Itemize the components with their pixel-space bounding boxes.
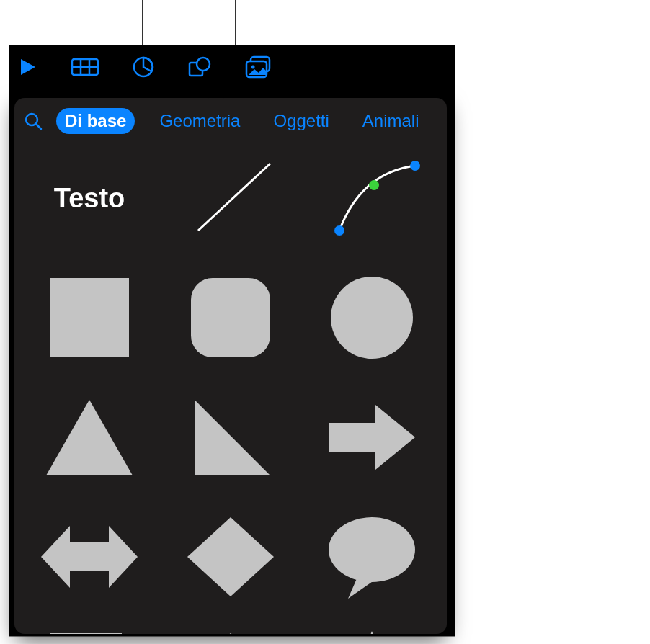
shape-pentagon[interactable] bbox=[173, 630, 288, 634]
svg-point-14 bbox=[369, 180, 379, 190]
shape-row: Testo bbox=[32, 151, 429, 245]
shape-text[interactable]: Testo bbox=[32, 151, 147, 245]
category-tab-objects[interactable]: Oggetti bbox=[264, 108, 337, 134]
shape-label[interactable] bbox=[32, 630, 147, 634]
shape-circle[interactable] bbox=[314, 271, 429, 365]
shape-right-triangle[interactable] bbox=[173, 390, 288, 484]
shape-row bbox=[32, 630, 429, 634]
shape-button[interactable] bbox=[187, 55, 212, 79]
shape-arrow-right[interactable] bbox=[314, 390, 429, 484]
toolbar bbox=[9, 45, 455, 89]
svg-rect-17 bbox=[191, 278, 270, 357]
shape-arrow-double[interactable] bbox=[32, 510, 147, 604]
category-tab-animals[interactable]: Animali bbox=[354, 108, 428, 134]
shape-row bbox=[32, 510, 429, 604]
svg-point-13 bbox=[334, 225, 344, 236]
callout-line bbox=[76, 0, 76, 45]
chart-button[interactable] bbox=[132, 55, 155, 79]
category-tab-geometry[interactable]: Geometria bbox=[151, 108, 249, 134]
callout-line bbox=[235, 0, 236, 45]
shape-grid: Testo bbox=[14, 144, 447, 634]
shapes-popover: Di base Geometria Oggetti Animali N Test… bbox=[14, 98, 447, 634]
svg-line-12 bbox=[198, 164, 270, 231]
category-row: Di base Geometria Oggetti Animali N bbox=[14, 98, 447, 144]
shape-line[interactable] bbox=[173, 151, 288, 245]
svg-point-15 bbox=[410, 161, 420, 171]
shape-speech-bubble[interactable] bbox=[314, 510, 429, 604]
shape-triangle[interactable] bbox=[32, 390, 147, 484]
svg-rect-16 bbox=[50, 278, 129, 357]
svg-point-6 bbox=[197, 58, 210, 71]
table-button[interactable] bbox=[71, 56, 99, 78]
svg-point-18 bbox=[331, 277, 413, 359]
svg-point-9 bbox=[251, 66, 255, 69]
svg-point-19 bbox=[329, 517, 415, 582]
shape-rounded-square[interactable] bbox=[173, 271, 288, 365]
category-tab-basic[interactable]: Di base bbox=[56, 108, 135, 134]
category-tabs: Di base Geometria Oggetti Animali N bbox=[56, 108, 438, 134]
media-button[interactable] bbox=[244, 55, 273, 79]
shape-row bbox=[32, 271, 429, 365]
shape-star[interactable] bbox=[314, 630, 429, 634]
shape-square[interactable] bbox=[32, 271, 147, 365]
callout-line bbox=[142, 0, 143, 45]
search-icon[interactable] bbox=[23, 111, 43, 131]
svg-line-11 bbox=[36, 124, 41, 129]
shape-bezier[interactable] bbox=[314, 151, 429, 245]
shape-row bbox=[32, 390, 429, 484]
shape-diamond[interactable] bbox=[173, 510, 288, 604]
play-button[interactable] bbox=[17, 56, 38, 78]
text-shape-label: Testo bbox=[54, 183, 125, 214]
